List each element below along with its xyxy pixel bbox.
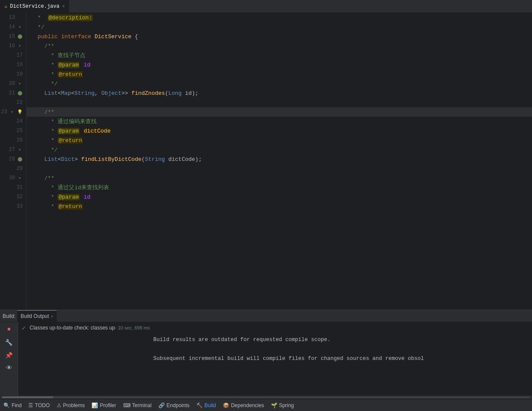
bottom-profiler[interactable]: 📊 Profiler: [91, 402, 116, 408]
spring-icon: 🌱: [271, 402, 277, 408]
code-editor[interactable]: * @description: */ public interface Dict…: [27, 13, 532, 310]
gutter-line-28: 28 ⬤: [0, 154, 26, 164]
code-line-16: /**: [27, 41, 532, 51]
problems-icon: ⚠: [57, 402, 61, 408]
code-line-33: * @return: [27, 202, 532, 211]
scrollbar-thumb[interactable]: [2, 396, 53, 398]
build-output-area: ✓ Classes up-to-date check: classes up· …: [18, 322, 532, 396]
gutter-line-16: 16 ▾: [0, 41, 26, 51]
terminal-label: Terminal: [132, 402, 152, 408]
editor-area: 13 14 ▾ 15 ⬤ 16 ▾ 17 18 19 2: [0, 13, 532, 310]
gutter-line-29: 29: [0, 164, 26, 173]
code-line-31: * 通过父id来查找列表: [27, 183, 532, 192]
build-output-tab[interactable]: Build Output ×: [17, 310, 57, 322]
code-line-18: * @param id: [27, 60, 532, 70]
gutter-line-21: 21 ⬤: [0, 88, 26, 98]
profiler-icon: 📊: [91, 402, 98, 408]
code-line-22: [27, 98, 532, 107]
code-line-14: */: [27, 22, 532, 32]
fold-icon-16[interactable]: ▾: [17, 43, 23, 49]
build-panel: Build: Build Output × ■ 🔧 📌 👁 ✓ Classes …: [0, 310, 532, 396]
gutter-line-32: 32: [0, 192, 26, 202]
code-line-28: List<Dict> findListByDictCode(String dic…: [27, 154, 532, 164]
find-label: Find: [12, 402, 21, 408]
build-status-label: Classes up-to-date check: classes up· 10…: [30, 325, 150, 331]
file-icon: ☕: [4, 3, 7, 9]
bulb-icon-23[interactable]: 💡: [17, 109, 23, 115]
build-tab-label: Build Output: [21, 313, 49, 319]
gutter-line-27: 27 ▾: [0, 145, 26, 154]
profiler-label: Profiler: [100, 402, 116, 408]
impl-icon-28[interactable]: ⬤: [17, 156, 23, 162]
tab-close-button[interactable]: ×: [62, 4, 65, 9]
bottom-build[interactable]: 🔨 Build: [196, 402, 216, 408]
bottom-todo[interactable]: ☰ TODO: [28, 402, 49, 408]
code-line-17: * 查找子节点: [27, 51, 532, 60]
gutter-line-14: 14 ▾: [0, 22, 26, 32]
todo-label: TODO: [35, 402, 49, 408]
build-check-icon: ✓: [21, 325, 26, 331]
file-tab[interactable]: ☕ DictService.java ×: [0, 0, 70, 12]
build-action-3[interactable]: 👁: [4, 363, 14, 373]
editor-gutter: 13 14 ▾ 15 ⬤ 16 ▾ 17 18 19 2: [0, 13, 27, 310]
bottom-toolbar: 🔍 Find ☰ TODO ⚠ Problems 📊 Profiler ⌨ Te…: [0, 399, 532, 411]
build-content: ■ 🔧 📌 👁 ✓ Classes up-to-date check: clas…: [0, 322, 532, 396]
build-message-line-2: Subsequent incremental build will compil…: [153, 356, 424, 362]
gutter-line-31: 31: [0, 183, 26, 192]
code-line-26: * @return: [27, 136, 532, 145]
problems-label: Problems: [63, 402, 85, 408]
build-time: 10 sec, 698 ms: [118, 325, 150, 330]
build-tab-bar: Build: Build Output ×: [0, 310, 532, 322]
tab-filename: DictService.java: [10, 3, 59, 9]
fold-icon-27[interactable]: ▾: [17, 147, 23, 153]
bottom-find[interactable]: 🔍 Find: [3, 402, 21, 408]
impl-icon-15[interactable]: ⬤: [17, 33, 23, 39]
code-line-24: * 通过编码来查找: [27, 117, 532, 126]
gutter-line-19: 19: [0, 70, 26, 79]
horizontal-scrollbar[interactable]: [0, 396, 532, 399]
gutter-line-18: 18: [0, 60, 26, 70]
build-icon: 🔨: [196, 402, 203, 408]
build-sidebar: ■ 🔧 📌 👁: [0, 322, 18, 396]
bottom-spring[interactable]: 🌱 Spring: [271, 402, 294, 408]
code-line-29: [27, 164, 532, 173]
gutter-line-24: 24: [0, 117, 26, 126]
fold-icon-23[interactable]: ▾: [9, 109, 15, 115]
fold-icon-30[interactable]: ▾: [17, 175, 23, 181]
todo-icon: ☰: [28, 402, 33, 408]
code-line-30: /**: [27, 173, 532, 183]
build-label: Build:: [3, 313, 15, 319]
bottom-problems[interactable]: ⚠ Problems: [57, 402, 85, 408]
code-line-19: * @return: [27, 70, 532, 79]
build-action-1[interactable]: 🔧: [4, 338, 14, 347]
gutter-line-25: 25: [0, 126, 26, 136]
gutter-line-15: 15 ⬤: [0, 32, 26, 41]
scrollbar-track[interactable]: [2, 396, 530, 398]
impl-icon-21[interactable]: ⬤: [17, 90, 23, 96]
gutter-line-13: 13: [0, 13, 26, 22]
code-line-23: /**: [27, 107, 532, 117]
code-line-25: * @param dictCode: [27, 126, 532, 136]
gutter-line-20: 20 ▾: [0, 79, 26, 88]
stop-button[interactable]: ■: [4, 325, 14, 334]
gutter-line-33: 33: [0, 202, 26, 211]
gutter-line-30: 30 ▾: [0, 173, 26, 183]
build-label-bottom: Build: [204, 402, 216, 408]
no-icon-13: [17, 15, 23, 21]
gutter-line-26: 26: [0, 136, 26, 145]
endpoints-label: Endpoints: [167, 402, 189, 408]
gutter-line-23: 23 ▾ 💡: [0, 107, 26, 117]
bottom-dependencies[interactable]: 📦 Dependencies: [223, 402, 264, 408]
code-line-13: * @description:: [27, 13, 532, 22]
spring-label: Spring: [279, 402, 294, 408]
fold-icon-14[interactable]: ▾: [17, 24, 23, 30]
dependencies-icon: 📦: [223, 402, 229, 408]
fold-icon-20[interactable]: ▾: [17, 81, 23, 87]
bottom-terminal[interactable]: ⌨ Terminal: [123, 402, 152, 408]
build-tab-close[interactable]: ×: [51, 314, 53, 319]
bottom-endpoints[interactable]: 🔗 Endpoints: [158, 402, 189, 408]
build-action-2[interactable]: 📌: [4, 351, 14, 360]
code-line-27: */: [27, 145, 532, 154]
code-line-21: List<Map<String, Object>> findZnodes(Lon…: [27, 88, 532, 98]
code-line-32: * @param id: [27, 192, 532, 202]
